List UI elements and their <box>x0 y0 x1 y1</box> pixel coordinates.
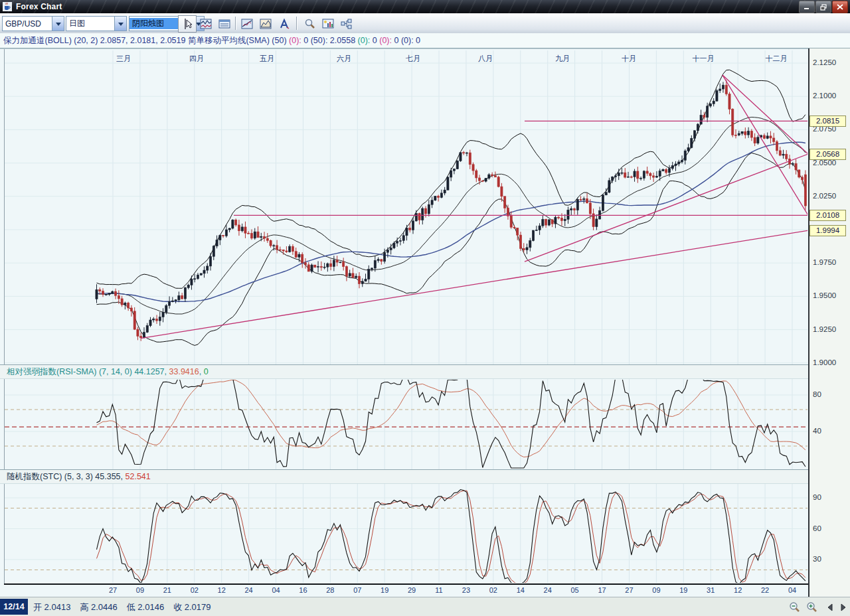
chart-canvas[interactable] <box>0 0 850 616</box>
text-segment: , <box>199 367 204 376</box>
rsi-panel-header: 相对强弱指数(RSI-SMA) (7, 14, 0) 44.1257, 33.9… <box>0 364 808 379</box>
text-segment: 52.541 <box>126 472 151 481</box>
text-segment: 33.9416 <box>169 367 199 376</box>
stc-panel-header: 随机指数(STC) (5, 3, 3) 45.355, 52.541 <box>0 469 808 484</box>
text-segment: 相对强弱指数(RSI-SMA) (7, 14, 0) 44.1257, <box>7 366 169 378</box>
text-segment: 0 <box>204 367 209 376</box>
text-segment: 随机指数(STC) (5, 3, 3) 45.355, <box>7 471 126 483</box>
forex-chart-window: Forex Chart GBP/USD 日图 <box>0 0 850 616</box>
